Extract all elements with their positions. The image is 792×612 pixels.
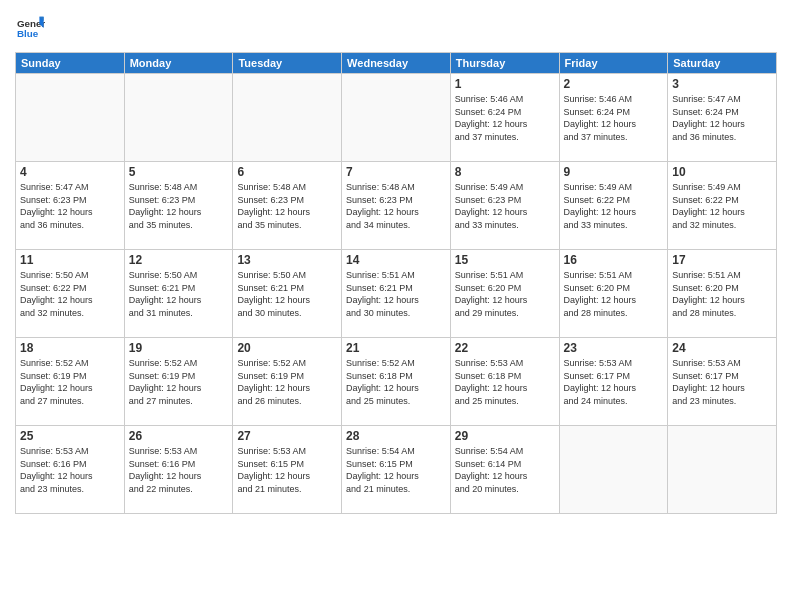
calendar-cell: 18Sunrise: 5:52 AMSunset: 6:19 PMDayligh… [16,338,125,426]
day-number: 26 [129,429,229,443]
calendar-cell: 26Sunrise: 5:53 AMSunset: 6:16 PMDayligh… [124,426,233,514]
day-info: Sunrise: 5:47 AMSunset: 6:23 PMDaylight:… [20,181,120,231]
day-info: Sunrise: 5:53 AMSunset: 6:18 PMDaylight:… [455,357,555,407]
calendar-header-sunday: Sunday [16,53,125,74]
day-info: Sunrise: 5:50 AMSunset: 6:22 PMDaylight:… [20,269,120,319]
calendar-cell: 13Sunrise: 5:50 AMSunset: 6:21 PMDayligh… [233,250,342,338]
day-number: 5 [129,165,229,179]
calendar-cell: 7Sunrise: 5:48 AMSunset: 6:23 PMDaylight… [342,162,451,250]
day-number: 7 [346,165,446,179]
day-info: Sunrise: 5:48 AMSunset: 6:23 PMDaylight:… [346,181,446,231]
calendar-header-row: SundayMondayTuesdayWednesdayThursdayFrid… [16,53,777,74]
calendar-header-monday: Monday [124,53,233,74]
calendar-cell: 28Sunrise: 5:54 AMSunset: 6:15 PMDayligh… [342,426,451,514]
calendar-cell: 2Sunrise: 5:46 AMSunset: 6:24 PMDaylight… [559,74,668,162]
calendar-table: SundayMondayTuesdayWednesdayThursdayFrid… [15,52,777,514]
day-number: 24 [672,341,772,355]
calendar-cell: 12Sunrise: 5:50 AMSunset: 6:21 PMDayligh… [124,250,233,338]
day-number: 6 [237,165,337,179]
svg-text:Blue: Blue [17,28,39,39]
day-number: 20 [237,341,337,355]
logo: General Blue [15,14,45,46]
day-info: Sunrise: 5:51 AMSunset: 6:20 PMDaylight:… [672,269,772,319]
day-info: Sunrise: 5:51 AMSunset: 6:20 PMDaylight:… [455,269,555,319]
day-info: Sunrise: 5:49 AMSunset: 6:22 PMDaylight:… [564,181,664,231]
calendar-week-row: 25Sunrise: 5:53 AMSunset: 6:16 PMDayligh… [16,426,777,514]
day-info: Sunrise: 5:53 AMSunset: 6:16 PMDaylight:… [20,445,120,495]
calendar-cell: 10Sunrise: 5:49 AMSunset: 6:22 PMDayligh… [668,162,777,250]
day-number: 22 [455,341,555,355]
calendar-header-friday: Friday [559,53,668,74]
day-info: Sunrise: 5:51 AMSunset: 6:20 PMDaylight:… [564,269,664,319]
day-number: 25 [20,429,120,443]
calendar-cell: 15Sunrise: 5:51 AMSunset: 6:20 PMDayligh… [450,250,559,338]
day-info: Sunrise: 5:49 AMSunset: 6:23 PMDaylight:… [455,181,555,231]
day-number: 4 [20,165,120,179]
calendar-cell [124,74,233,162]
calendar-cell: 24Sunrise: 5:53 AMSunset: 6:17 PMDayligh… [668,338,777,426]
day-number: 21 [346,341,446,355]
day-info: Sunrise: 5:48 AMSunset: 6:23 PMDaylight:… [129,181,229,231]
day-info: Sunrise: 5:46 AMSunset: 6:24 PMDaylight:… [455,93,555,143]
calendar-cell [16,74,125,162]
calendar-cell: 14Sunrise: 5:51 AMSunset: 6:21 PMDayligh… [342,250,451,338]
day-info: Sunrise: 5:49 AMSunset: 6:22 PMDaylight:… [672,181,772,231]
day-info: Sunrise: 5:48 AMSunset: 6:23 PMDaylight:… [237,181,337,231]
day-info: Sunrise: 5:52 AMSunset: 6:19 PMDaylight:… [237,357,337,407]
day-info: Sunrise: 5:46 AMSunset: 6:24 PMDaylight:… [564,93,664,143]
day-number: 10 [672,165,772,179]
calendar-cell: 19Sunrise: 5:52 AMSunset: 6:19 PMDayligh… [124,338,233,426]
calendar-cell: 25Sunrise: 5:53 AMSunset: 6:16 PMDayligh… [16,426,125,514]
calendar-cell: 29Sunrise: 5:54 AMSunset: 6:14 PMDayligh… [450,426,559,514]
calendar-cell: 23Sunrise: 5:53 AMSunset: 6:17 PMDayligh… [559,338,668,426]
day-number: 18 [20,341,120,355]
calendar-cell: 8Sunrise: 5:49 AMSunset: 6:23 PMDaylight… [450,162,559,250]
day-info: Sunrise: 5:54 AMSunset: 6:15 PMDaylight:… [346,445,446,495]
day-info: Sunrise: 5:52 AMSunset: 6:19 PMDaylight:… [20,357,120,407]
day-number: 15 [455,253,555,267]
calendar-week-row: 11Sunrise: 5:50 AMSunset: 6:22 PMDayligh… [16,250,777,338]
day-info: Sunrise: 5:53 AMSunset: 6:15 PMDaylight:… [237,445,337,495]
day-info: Sunrise: 5:54 AMSunset: 6:14 PMDaylight:… [455,445,555,495]
day-number: 16 [564,253,664,267]
calendar-cell: 5Sunrise: 5:48 AMSunset: 6:23 PMDaylight… [124,162,233,250]
day-number: 8 [455,165,555,179]
day-number: 19 [129,341,229,355]
day-info: Sunrise: 5:53 AMSunset: 6:16 PMDaylight:… [129,445,229,495]
calendar-cell: 11Sunrise: 5:50 AMSunset: 6:22 PMDayligh… [16,250,125,338]
calendar-cell: 16Sunrise: 5:51 AMSunset: 6:20 PMDayligh… [559,250,668,338]
day-info: Sunrise: 5:50 AMSunset: 6:21 PMDaylight:… [237,269,337,319]
day-info: Sunrise: 5:53 AMSunset: 6:17 PMDaylight:… [672,357,772,407]
day-number: 27 [237,429,337,443]
day-number: 1 [455,77,555,91]
day-number: 28 [346,429,446,443]
day-number: 12 [129,253,229,267]
day-number: 23 [564,341,664,355]
day-number: 29 [455,429,555,443]
calendar-cell [668,426,777,514]
day-info: Sunrise: 5:52 AMSunset: 6:18 PMDaylight:… [346,357,446,407]
calendar-week-row: 18Sunrise: 5:52 AMSunset: 6:19 PMDayligh… [16,338,777,426]
day-number: 2 [564,77,664,91]
calendar-cell: 20Sunrise: 5:52 AMSunset: 6:19 PMDayligh… [233,338,342,426]
calendar-cell: 22Sunrise: 5:53 AMSunset: 6:18 PMDayligh… [450,338,559,426]
calendar-week-row: 1Sunrise: 5:46 AMSunset: 6:24 PMDaylight… [16,74,777,162]
day-number: 11 [20,253,120,267]
calendar-cell: 9Sunrise: 5:49 AMSunset: 6:22 PMDaylight… [559,162,668,250]
calendar-cell: 21Sunrise: 5:52 AMSunset: 6:18 PMDayligh… [342,338,451,426]
day-number: 17 [672,253,772,267]
calendar-cell [559,426,668,514]
day-info: Sunrise: 5:50 AMSunset: 6:21 PMDaylight:… [129,269,229,319]
header: General Blue [15,10,777,46]
calendar-header-tuesday: Tuesday [233,53,342,74]
calendar-cell: 3Sunrise: 5:47 AMSunset: 6:24 PMDaylight… [668,74,777,162]
day-number: 3 [672,77,772,91]
day-number: 13 [237,253,337,267]
calendar-week-row: 4Sunrise: 5:47 AMSunset: 6:23 PMDaylight… [16,162,777,250]
calendar-cell: 27Sunrise: 5:53 AMSunset: 6:15 PMDayligh… [233,426,342,514]
day-info: Sunrise: 5:53 AMSunset: 6:17 PMDaylight:… [564,357,664,407]
logo-icon: General Blue [17,14,45,42]
day-info: Sunrise: 5:47 AMSunset: 6:24 PMDaylight:… [672,93,772,143]
calendar-cell: 1Sunrise: 5:46 AMSunset: 6:24 PMDaylight… [450,74,559,162]
day-info: Sunrise: 5:52 AMSunset: 6:19 PMDaylight:… [129,357,229,407]
